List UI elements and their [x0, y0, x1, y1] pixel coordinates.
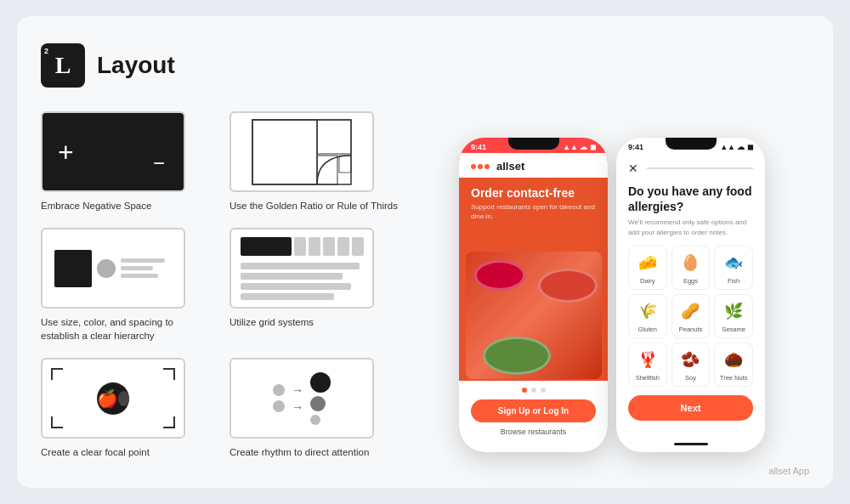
focal-card-image: 🍎 [41, 358, 185, 439]
allergy-sesame[interactable]: 🌿 Sesame [714, 294, 753, 338]
hero-title: Order contact-free [471, 186, 596, 200]
page-title: Layout [97, 52, 175, 79]
card-hierarchy: Use size, color, and spacing to establis… [41, 228, 209, 343]
browse-link[interactable]: Browse restaurants [471, 428, 596, 436]
icon-letter: L [55, 54, 71, 77]
right-phone-body: ✕ Do you have any food allergies? We'll … [616, 153, 765, 438]
corner-tr [163, 368, 175, 380]
status-icons-right: ▲▲ ☁ ◼ [720, 143, 753, 151]
status-icons-left: ▲▲ ☁ ◼ [563, 143, 596, 151]
grid-inner [232, 229, 372, 309]
peanuts-label: Peanuts [679, 326, 703, 333]
phone-notch-left [508, 138, 559, 150]
next-button[interactable]: Next [628, 395, 753, 421]
allergy-dairy[interactable]: 🧀 Dairy [628, 246, 667, 290]
hierarchy-inner [42, 240, 184, 297]
progress-line [647, 167, 753, 169]
svg-rect-4 [339, 156, 351, 173]
line-3 [121, 274, 158, 278]
dairy-label: Dairy [640, 277, 655, 285]
home-bar [674, 443, 708, 445]
cards-grid: + − Embrace Negative Space [41, 111, 398, 459]
status-time-left: 9:41 [471, 143, 486, 151]
line-2 [121, 266, 153, 270]
allergy-question: Do you have any food allergies? [628, 184, 753, 214]
golden-ratio-svg [251, 118, 353, 186]
svg-rect-2 [317, 120, 351, 154]
grid-line-3 [241, 283, 351, 290]
negative-space-card-image: + − [41, 111, 185, 192]
status-time-right: 9:41 [628, 143, 643, 151]
hierarchy-card-image [41, 228, 185, 309]
bowl-3 [483, 337, 551, 375]
food-image [466, 252, 602, 379]
phone-footer-left: Sign Up or Log In Browse restaurants [459, 381, 608, 452]
grid-sm-1 [294, 237, 306, 256]
hero-subtitle: Support restaurants open for takeout and… [471, 202, 596, 221]
rhythm-dots-right [310, 372, 331, 425]
rhythm-large-dot [310, 372, 331, 393]
rhythm-dot-1 [273, 384, 285, 396]
rhythm-inner: → → [231, 360, 372, 437]
logo-dot-3 [484, 164, 490, 169]
close-icon[interactable]: ✕ [628, 161, 638, 175]
phone-left: 9:41 ▲▲ ☁ ◼ allset Order contact-free Su… [459, 138, 608, 452]
svg-rect-0 [252, 120, 351, 184]
grid-card-image [230, 228, 374, 309]
fruit-icon: 🍎 [97, 388, 118, 409]
logo-dot-2 [478, 164, 483, 169]
rhythm-label: Create rhythm to direct attention [230, 445, 398, 459]
rhythm-dot-2 [273, 400, 285, 412]
svg-rect-1 [252, 120, 317, 184]
shellfish-label: Shellfish [636, 374, 660, 382]
soy-label: Soy [685, 374, 696, 382]
fish-label: Fish [728, 277, 740, 285]
signup-button[interactable]: Sign Up or Log In [471, 399, 596, 422]
gluten-label: Gluten [638, 326, 657, 333]
card-negative-space: + − Embrace Negative Space [41, 111, 209, 212]
grid-label: Utilize grid systems [230, 315, 398, 329]
grid-lines [241, 263, 364, 300]
focal-label: Create a clear focal point [41, 445, 209, 459]
bowl-1 [474, 260, 525, 291]
shellfish-icon: 🦞 [632, 348, 663, 371]
peanuts-icon: 🥜 [675, 299, 706, 323]
fish-icon: 🐟 [718, 251, 749, 275]
minus-icon: − [153, 151, 165, 175]
corner-br [163, 416, 175, 428]
grid-block-dark [241, 237, 292, 256]
rhythm-card-image: → → [230, 358, 374, 439]
sesame-icon: 🌿 [718, 299, 749, 323]
large-block [54, 250, 92, 287]
allergy-tree-nuts[interactable]: 🌰 Tree Nuts [714, 343, 753, 387]
layout-icon-box: 2 L [41, 43, 85, 88]
grid-row-1 [241, 237, 364, 256]
app-name: allset [496, 160, 524, 173]
allergy-eggs[interactable]: 🥚 Eggs [672, 246, 711, 290]
hierarchy-blocks [54, 250, 165, 287]
allergy-soy[interactable]: 🫘 Soy [672, 343, 711, 387]
card-focal-point: 🍎 Create a clear focal point [41, 358, 209, 459]
dot-active [522, 388, 527, 393]
arrow-up: → [292, 383, 303, 397]
allergy-peanuts[interactable]: 🥜 Peanuts [672, 294, 711, 338]
allergy-fish[interactable]: 🐟 Fish [714, 246, 753, 290]
focal-object: 🍎 [97, 382, 129, 415]
dairy-icon: 🧀 [632, 251, 663, 275]
grid-small-blocks [294, 237, 364, 256]
carousel-dots [471, 388, 596, 393]
phones-area: 9:41 ▲▲ ☁ ◼ allset Order contact-free Su… [415, 43, 809, 461]
card-golden-ratio: Use the Golden Ratio or Rule of Thirds [230, 111, 398, 212]
rhythm-sm-dot [310, 415, 320, 425]
tree-nuts-label: Tree Nuts [720, 374, 748, 382]
rhythm-med-dot [310, 396, 326, 411]
grid-line-4 [241, 293, 334, 300]
grid-sm-2 [309, 237, 320, 256]
card-rhythm: → → Create rhythm to direct attention [230, 358, 398, 459]
rhythm-arrows: → → [292, 383, 303, 414]
allergy-gluten[interactable]: 🌾 Gluten [628, 294, 667, 338]
main-container: 2 L Layout + − Embrace Negative Space [17, 16, 833, 488]
tree-nuts-icon: 🌰 [718, 348, 749, 371]
allergy-shellfish[interactable]: 🦞 Shellfish [628, 343, 667, 387]
card-grid-systems: Utilize grid systems [230, 228, 398, 343]
